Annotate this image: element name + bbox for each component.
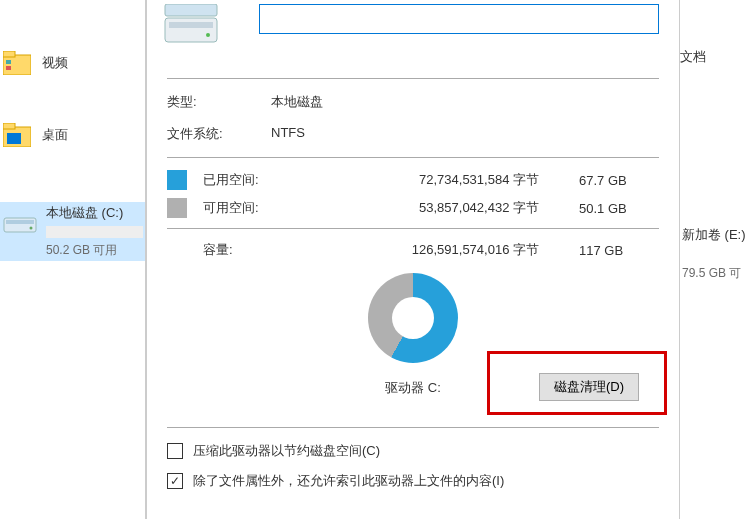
compress-label: 压缩此驱动器以节约磁盘空间(C) xyxy=(193,442,380,460)
drive-icon-large xyxy=(163,4,219,60)
nav-item-label: 文档 xyxy=(680,49,706,64)
type-label: 类型: xyxy=(167,93,271,111)
used-space-bytes: 72,734,531,584 字节 xyxy=(279,171,579,189)
drive-icon xyxy=(2,210,38,236)
usage-donut-chart xyxy=(368,273,458,363)
free-space-label: 可用空间: xyxy=(203,199,279,217)
svg-rect-5 xyxy=(3,123,15,129)
svg-rect-11 xyxy=(165,18,217,42)
type-value: 本地磁盘 xyxy=(271,93,323,111)
nav-item-videos[interactable]: 视频 xyxy=(0,44,145,82)
svg-rect-8 xyxy=(6,220,34,224)
svg-rect-1 xyxy=(3,51,15,57)
free-space-swatch xyxy=(167,198,187,218)
drive-letter-label: 驱动器 C: xyxy=(385,379,441,397)
svg-point-13 xyxy=(206,33,210,37)
svg-rect-10 xyxy=(165,4,217,16)
capacity-bytes: 126,591,574,016 字节 xyxy=(279,241,579,259)
nav-item-drive-e[interactable]: 新加卷 (E:) 79.5 GB 可 xyxy=(680,226,749,282)
index-checkbox[interactable] xyxy=(167,473,183,489)
explorer-left-nav: 视频 桌面 本地磁盘 (C:) 50.2 GB 可用 xyxy=(0,0,146,519)
free-space-gb: 50.1 GB xyxy=(579,201,659,216)
svg-rect-3 xyxy=(6,66,11,70)
nav-item-drive-c[interactable]: 本地磁盘 (C:) 50.2 GB 可用 xyxy=(0,202,145,261)
capacity-label: 容量: xyxy=(167,241,279,259)
free-space-bytes: 53,857,042,432 字节 xyxy=(279,199,579,217)
drive-free-text: 79.5 GB 可 xyxy=(680,265,749,282)
drive-free-text: 50.2 GB 可用 xyxy=(46,242,143,259)
used-space-swatch xyxy=(167,170,187,190)
nav-item-label: 桌面 xyxy=(42,126,68,144)
explorer-right-clip: 文档 新加卷 (E:) 79.5 GB 可 xyxy=(680,0,749,519)
svg-rect-12 xyxy=(169,22,213,28)
drive-name-input[interactable] xyxy=(259,4,659,34)
video-folder-icon xyxy=(2,48,32,78)
drive-label: 本地磁盘 (C:) xyxy=(46,204,143,222)
used-space-label: 已用空间: xyxy=(203,171,279,189)
index-label: 除了文件属性外，还允许索引此驱动器上文件的内容(I) xyxy=(193,472,504,490)
svg-point-9 xyxy=(30,227,33,230)
disk-cleanup-button[interactable]: 磁盘清理(D) xyxy=(539,373,639,401)
compress-checkbox[interactable] xyxy=(167,443,183,459)
drive-usage-bar xyxy=(46,226,143,238)
svg-rect-6 xyxy=(7,133,21,144)
nav-item-documents[interactable]: 文档 xyxy=(680,44,749,70)
used-space-gb: 67.7 GB xyxy=(579,173,659,188)
filesystem-label: 文件系统: xyxy=(167,125,271,143)
nav-item-desktop[interactable]: 桌面 xyxy=(0,116,145,154)
nav-item-label: 视频 xyxy=(42,54,68,72)
drive-label: 新加卷 (E:) xyxy=(680,226,749,244)
svg-rect-0 xyxy=(3,55,31,75)
drive-properties-dialog: 类型: 本地磁盘 文件系统: NTFS 已用空间: 72,734,531,584… xyxy=(146,0,680,519)
desktop-folder-icon xyxy=(2,120,32,150)
capacity-gb: 117 GB xyxy=(579,243,659,258)
svg-rect-2 xyxy=(6,60,11,64)
filesystem-value: NTFS xyxy=(271,125,305,143)
